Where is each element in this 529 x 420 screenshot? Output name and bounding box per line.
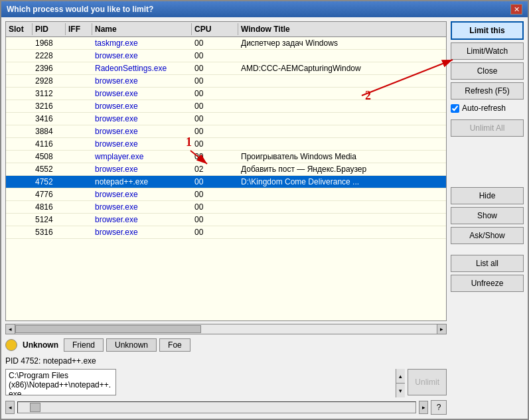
cell-title [238, 76, 446, 86]
cell-cpu: 00 [192, 227, 238, 238]
unfreeze-button[interactable]: Unfreeze [451, 275, 524, 292]
table-row[interactable]: 4508 wmplayer.exe 00 Проигрыватель Windo… [6, 151, 446, 163]
cell-iff [66, 88, 92, 99]
limit-watch-button[interactable]: Limit/Watch [451, 42, 524, 60]
table-row[interactable]: 1968 taskmgr.exe 00 Диспетчер задач Wind… [6, 37, 446, 50]
list-all-button[interactable]: List all [451, 255, 524, 272]
cell-name: browser.exe [92, 88, 192, 99]
table-row[interactable]: 5316 browser.exe 00 [6, 226, 446, 239]
cell-cpu: 00 [192, 50, 238, 61]
show-button[interactable]: Show [451, 207, 524, 224]
cell-iff [66, 202, 92, 212]
cell-iff [66, 189, 92, 200]
cell-iff [66, 176, 92, 187]
cell-name: taskmgr.exe [92, 38, 192, 48]
cell-cpu: 00 [192, 126, 238, 137]
table-body[interactable]: 1968 taskmgr.exe 00 Диспетчер задач Wind… [6, 37, 446, 320]
path-textarea[interactable] [5, 369, 116, 395]
cell-name: browser.exe [92, 202, 192, 212]
status-buttons: Friend Unknown Foe [64, 338, 447, 352]
cell-name: browser.exe [92, 50, 192, 61]
cell-iff [66, 63, 92, 74]
cell-name: browser.exe [92, 76, 192, 86]
col-slot[interactable]: Slot [6, 23, 33, 35]
bottom-section: Unknown Friend Unknown Foe PID 4752: not… [5, 337, 447, 415]
friend-button[interactable]: Friend [64, 338, 104, 352]
slider-right-btn[interactable]: ▸ [419, 401, 428, 414]
cell-name: wmplayer.exe [92, 151, 192, 162]
question-button[interactable]: ? [431, 400, 447, 415]
cell-pid: 5316 [33, 227, 66, 238]
cell-name: notepad++.exe [92, 176, 192, 187]
cell-slot [6, 227, 33, 238]
cell-title [238, 189, 446, 200]
auto-refresh-label[interactable]: Auto-refresh [462, 104, 506, 113]
unlimit-button[interactable]: Unlimit [408, 369, 447, 395]
table-row[interactable]: 2228 browser.exe 00 [6, 50, 446, 62]
hide-button[interactable]: Hide [451, 187, 524, 204]
close-window-button[interactable]: ✕ [510, 4, 522, 15]
table-row[interactable]: 5124 browser.exe 00 [6, 214, 446, 226]
cell-pid: 3112 [33, 88, 66, 99]
cell-iff [66, 227, 92, 238]
table-row[interactable]: 2396 RadeonSettings.exe 00 AMD:CCC-AEMCa… [6, 62, 446, 75]
horizontal-scrollbar[interactable]: ◂ ▸ [5, 324, 447, 334]
cell-slot [6, 164, 33, 175]
cell-cpu: 00 [192, 189, 238, 200]
unknown-button[interactable]: Unknown [106, 338, 157, 352]
cell-name: browser.exe [92, 126, 192, 137]
cell-slot [6, 88, 33, 99]
cell-title [238, 113, 446, 124]
col-name[interactable]: Name [92, 23, 192, 35]
col-iff[interactable]: IFF [66, 23, 92, 35]
path-scroll-down[interactable]: ▾ [396, 384, 405, 397]
scroll-left-btn[interactable]: ◂ [6, 324, 15, 334]
cell-cpu: 00 [192, 139, 238, 149]
ask-show-button[interactable]: Ask/Show [451, 227, 524, 244]
table-row[interactable]: 3112 browser.exe 00 [6, 88, 446, 100]
cell-iff [66, 38, 92, 48]
table-row[interactable]: 3884 browser.exe 00 [6, 125, 446, 138]
table-row[interactable]: 4752 notepad++.exe 00 D:\Kingdom Come De… [6, 176, 446, 188]
main-window: Which process would you like to limit? ✕… [0, 0, 529, 420]
window-title: Which process would you like to limit? [7, 5, 153, 14]
col-window-title[interactable]: Window Title [238, 23, 446, 35]
limit-this-button[interactable]: Limit this [451, 21, 524, 40]
slider-track[interactable] [17, 401, 416, 413]
auto-refresh-checkbox[interactable] [451, 104, 459, 113]
cell-title [238, 88, 446, 99]
slider-left-btn[interactable]: ◂ [5, 401, 15, 414]
cell-slot [6, 139, 33, 149]
cell-name: browser.exe [92, 164, 192, 175]
cell-slot [6, 202, 33, 212]
table-header: Slot PID IFF Name CPU Window Title [6, 22, 446, 37]
cell-title [238, 126, 446, 137]
cell-pid: 4508 [33, 151, 66, 162]
table-row[interactable]: 3216 browser.exe 00 [6, 100, 446, 113]
slider-thumb[interactable] [30, 403, 40, 412]
col-pid[interactable]: PID [33, 23, 66, 35]
cell-pid: 2928 [33, 76, 66, 86]
unlimit-all-button[interactable]: Unlimit All [451, 119, 524, 137]
scroll-right-btn[interactable]: ▸ [437, 324, 446, 334]
cell-pid: 4776 [33, 189, 66, 200]
table-row[interactable]: 4552 browser.exe 02 Добавить пост — Янде… [6, 163, 446, 176]
cell-name: browser.exe [92, 101, 192, 111]
foe-button[interactable]: Foe [159, 338, 190, 352]
table-row[interactable]: 4776 browser.exe 00 [6, 188, 446, 201]
cell-iff [66, 113, 92, 124]
table-row[interactable]: 4116 browser.exe 00 [6, 138, 446, 151]
cell-slot [6, 151, 33, 162]
cell-pid: 4752 [33, 176, 66, 187]
col-cpu[interactable]: CPU [192, 23, 238, 35]
cell-iff [66, 101, 92, 111]
scroll-thumb[interactable] [15, 325, 201, 333]
close-button[interactable]: Close [451, 62, 524, 80]
table-row[interactable]: 3416 browser.exe 00 [6, 113, 446, 125]
table-row[interactable]: 2928 browser.exe 00 [6, 75, 446, 88]
cell-iff [66, 50, 92, 61]
path-scroll-up[interactable]: ▴ [396, 369, 405, 384]
refresh-button[interactable]: Refresh (F5) [451, 82, 524, 100]
table-row[interactable]: 4816 browser.exe 00 [6, 201, 446, 214]
cell-pid: 2396 [33, 63, 66, 74]
